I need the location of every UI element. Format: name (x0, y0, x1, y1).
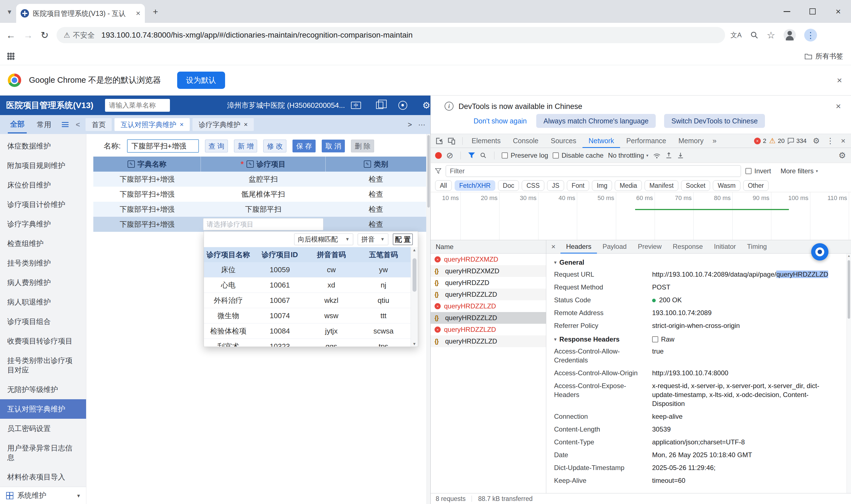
edit-button[interactable]: 修 改 (263, 140, 286, 152)
warning-badge[interactable]: ⚠ 20 (769, 137, 785, 145)
settings-gear-icon[interactable]: ⚙ (422, 100, 430, 111)
address-bar[interactable]: ⚠ 不安全 193.100.10.74:8000/his-xmgl/app/#/… (57, 27, 725, 43)
table-row[interactable]: 下腹部平扫+增强 盆腔平扫 检查 (93, 172, 426, 187)
tab-sources[interactable]: Sources (545, 134, 582, 148)
type-filter-manifest[interactable]: Manifest (645, 180, 678, 191)
all-bookmarks-button[interactable]: 所有书签 (805, 52, 843, 61)
view-tab-common[interactable]: 常用 (35, 116, 53, 133)
type-filter-fetch-xhr[interactable]: Fetch/XHR (455, 180, 495, 191)
window-close-button[interactable]: × (826, 0, 851, 23)
general-section-header[interactable]: ▾ General (554, 255, 847, 268)
response-headers-section-header[interactable]: ▾ Response Headers Raw (554, 332, 847, 345)
request-row-selected[interactable]: {} queryHRDZZLZD (431, 312, 546, 324)
forward-button[interactable]: → (23, 30, 33, 41)
disclosure-triangle-icon[interactable]: ▾ (554, 336, 557, 342)
filter-toggle-icon[interactable] (468, 152, 475, 159)
match-mode-select[interactable]: 向后模糊匹配 ▼ (294, 233, 353, 245)
popup-row[interactable]: 微生物 10074 wsw ttt (204, 308, 411, 323)
sidebar-item-recognition-maintain[interactable]: 互认对照字典维护 (0, 399, 86, 419)
type-filter-css[interactable]: CSS (522, 180, 544, 191)
popup-row[interactable]: 检验体检项 10084 jytjx scwsa (204, 323, 411, 339)
tab-performance[interactable]: Performance (620, 134, 672, 148)
tab-initiator[interactable]: Initiator (708, 240, 742, 254)
sidebar-item[interactable]: 无陪护等级维护 (0, 380, 86, 399)
disclosure-triangle-icon[interactable]: ▾ (554, 259, 557, 266)
sidebar-item[interactable]: 挂号类别维护 (0, 253, 86, 273)
tab-payload[interactable]: Payload (597, 240, 632, 254)
scroll-down-icon[interactable]: ▼ (411, 342, 418, 346)
col-header-dict[interactable]: ✎ 字典名称 (93, 157, 201, 172)
preserve-log-checkbox[interactable]: Preserve log (502, 151, 548, 159)
delete-button[interactable]: 删 除 (351, 140, 374, 152)
popup-row-selected[interactable]: 床位 10059 cw yw (204, 262, 411, 277)
network-settings-icon[interactable]: ⚙ (838, 150, 846, 160)
menu-search-input[interactable] (105, 99, 170, 112)
tab-timing[interactable]: Timing (742, 240, 773, 254)
devtools-close-icon[interactable]: × (838, 137, 849, 145)
cancel-button[interactable]: 取 消 (322, 140, 345, 152)
request-row[interactable]: {} queryHRDZZD (431, 277, 546, 289)
clear-network-icon[interactable]: ⊘ (446, 150, 453, 160)
scroll-left-icon[interactable]: < (76, 120, 80, 129)
request-row[interactable]: {} queryHRDZZLZD (431, 289, 546, 300)
sidebar-item[interactable]: 材料价表项目导入 (0, 467, 86, 487)
request-list-header[interactable]: Name (431, 240, 546, 254)
type-filter-all[interactable]: All (435, 180, 452, 191)
tab-headers[interactable]: Headers (560, 240, 597, 254)
table-row[interactable]: 下腹部平扫+增强 骶尾椎体平扫 检查 (93, 187, 426, 202)
minimize-button[interactable] (774, 0, 800, 23)
import-har-icon[interactable] (665, 152, 672, 159)
sidebar-item[interactable]: 用户登录异常日志信息 (0, 438, 86, 467)
type-filter-js[interactable]: JS (547, 180, 564, 191)
more-filters-dropdown[interactable]: More filters ▾ (780, 167, 818, 175)
tab-home[interactable]: 首页 (86, 118, 112, 131)
network-overview[interactable]: 10 ms 20 ms 30 ms 40 ms 50 ms 60 ms 70 m… (431, 192, 851, 240)
device-toolbar-icon[interactable] (447, 137, 456, 145)
scroll-up-icon[interactable]: ▲ (411, 248, 418, 252)
throttling-dropdown[interactable]: No throttling ▾ (608, 151, 649, 159)
sidebar-item[interactable]: 附加项目规则维护 (0, 156, 86, 175)
record-button[interactable] (435, 152, 442, 159)
sidebar-item[interactable]: 病人费别维护 (0, 273, 86, 292)
disable-cache-checkbox[interactable]: Disable cache (553, 151, 604, 159)
type-filter-doc[interactable]: Doc (498, 180, 519, 191)
tab-memory[interactable]: Memory (672, 134, 709, 148)
sidebar-item[interactable]: 检查组维护 (0, 234, 86, 253)
type-filter-socket[interactable]: Socket (681, 180, 710, 191)
profile-avatar[interactable] (783, 29, 796, 41)
switch-chinese-button[interactable]: Switch DevTools to Chinese (664, 114, 765, 128)
tab-console[interactable]: Console (507, 134, 545, 148)
request-row[interactable]: × queryHRDZZLZD (431, 300, 546, 312)
popup-row[interactable]: 刮宫术 10323 ggs tps (204, 339, 411, 347)
apps-grid-icon[interactable] (7, 53, 15, 60)
issues-badge[interactable]: 334 (787, 137, 807, 145)
back-button[interactable]: ← (6, 30, 16, 41)
type-filter-media[interactable]: Media (615, 180, 642, 191)
filter-input[interactable] (446, 165, 741, 177)
type-filter-other[interactable]: Other (743, 180, 769, 191)
monitor-icon[interactable]: 中 (351, 102, 361, 109)
details-close-icon[interactable]: × (546, 242, 560, 251)
more-tabs-icon[interactable]: » (710, 137, 719, 145)
error-badge[interactable]: × 2 (754, 137, 766, 145)
menu-search-combo[interactable]: ▼ (105, 99, 170, 112)
assistant-floating-button[interactable] (811, 243, 829, 260)
sidebar-item[interactable]: 收费项目转诊疗项目 (0, 331, 86, 351)
config-button[interactable]: 配 置 (393, 233, 413, 245)
type-filter-wasm[interactable]: Wasm (713, 180, 740, 191)
banner-close-icon[interactable]: × (837, 75, 842, 86)
type-filter-font[interactable]: Font (567, 180, 589, 191)
network-conditions-icon[interactable] (653, 152, 661, 159)
tab-response[interactable]: Response (667, 240, 708, 254)
request-row[interactable]: × queryHRDZZLZD (431, 324, 546, 336)
request-row[interactable]: {} queryHRDZXMZD (431, 265, 546, 277)
sidebar-system-maintain[interactable]: 系统维护 ▾ (0, 487, 86, 504)
view-tab-all[interactable]: 全部 (8, 116, 27, 133)
item-editor-input[interactable] (203, 218, 323, 230)
sidebar-item[interactable]: 员工密码设置 (0, 419, 86, 438)
invert-checkbox[interactable]: Invert (745, 167, 771, 175)
app-scrollbar[interactable] (427, 134, 430, 504)
query-button[interactable]: 查 询 (205, 140, 228, 152)
tab-more-icon[interactable]: ··· (418, 120, 426, 129)
browser-menu-button[interactable]: ⋮ (804, 29, 817, 41)
